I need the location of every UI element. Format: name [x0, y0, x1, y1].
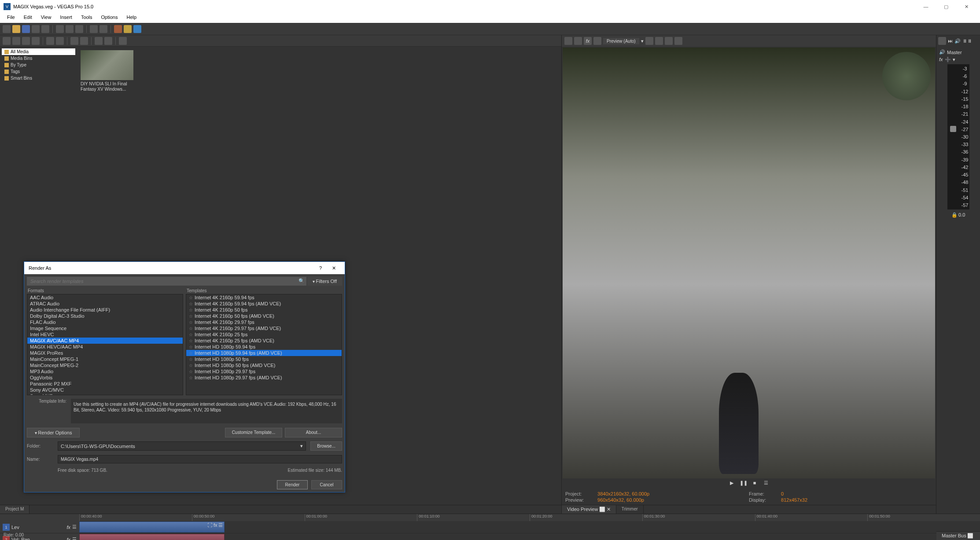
about-button[interactable]: About... [285, 428, 342, 437]
tree-tags[interactable]: Tags [2, 68, 75, 75]
undock-icon[interactable]: ⬜ [599, 507, 605, 512]
import-icon[interactable] [3, 37, 11, 45]
template-item[interactable]: Internet HD 1080p 29.97 fps [186, 368, 342, 375]
remove-icon[interactable] [46, 37, 54, 45]
format-item[interactable]: MAGIX AVC/AAC MP4 [27, 338, 183, 344]
tree-media-bins[interactable]: Media Bins [2, 55, 75, 62]
play-icon[interactable]: ▶ [728, 480, 735, 487]
grid-icon[interactable] [104, 37, 112, 45]
format-item[interactable]: Image Sequence [27, 325, 183, 331]
tab-trimmer[interactable]: Trimmer [616, 505, 644, 514]
safe-icon[interactable] [655, 37, 663, 45]
search-icon[interactable]: 🔍 [298, 278, 305, 286]
save-snap-icon[interactable] [674, 37, 682, 45]
chevron-down-icon[interactable]: ▾ [953, 57, 955, 62]
new-icon[interactable] [3, 25, 11, 33]
audio-clip[interactable] [79, 534, 225, 540]
downmix-icon[interactable]: ⏭ [948, 38, 953, 44]
paste-icon[interactable] [75, 25, 83, 33]
fader-icon[interactable]: ⏸⏸ [962, 38, 972, 44]
search-input[interactable] [27, 277, 306, 286]
fx-icon[interactable]: fx [939, 57, 943, 62]
render-as-icon[interactable] [32, 25, 40, 33]
folder-icon[interactable] [12, 37, 20, 45]
copy-snap-icon[interactable] [665, 37, 673, 45]
tab-project-media[interactable]: Project M [0, 505, 29, 514]
template-item[interactable]: Internet 4K 2160p 29.97 fps (AMD VCE) [186, 325, 342, 331]
dim-icon[interactable]: 🔊 [954, 38, 961, 44]
menu-options[interactable]: Options [97, 13, 122, 23]
get-media-icon[interactable] [32, 37, 40, 45]
video-preview[interactable] [563, 48, 935, 478]
maximize-button[interactable]: ▢ [936, 0, 956, 13]
track-head-video[interactable]: 1 Lev fx ☰ [0, 521, 79, 533]
track-lane-audio[interactable] [79, 533, 980, 540]
menu-icon[interactable]: ☰ [72, 536, 77, 540]
views-icon[interactable] [56, 37, 64, 45]
dialog-titlebar[interactable]: Render As ? ✕ [24, 262, 345, 274]
slip-icon[interactable]: ⛶ [207, 522, 212, 528]
template-item[interactable]: Internet 4K 2160p 50 fps (AMD VCE) [186, 313, 342, 319]
gear-icon[interactable] [938, 37, 946, 45]
menu-edit[interactable]: Edit [19, 13, 37, 23]
redo-icon[interactable] [99, 25, 107, 33]
template-item[interactable]: Internet 4K 2160p 50 fps [186, 307, 342, 313]
tab-video-preview[interactable]: Video Preview ⬜ ✕ [562, 505, 616, 514]
menu-help[interactable]: Help [122, 13, 141, 23]
template-item[interactable]: Internet 4K 2160p 59.94 fps [186, 294, 342, 301]
template-item[interactable]: Internet 4K 2160p 25 fps (AMD VCE) [186, 338, 342, 344]
media-thumb[interactable]: DIY NVIDIA SLI In Final Fantasy XV Windo… [81, 50, 133, 93]
chevron-down-icon[interactable]: ▾ [300, 443, 303, 449]
fx-icon[interactable]: fx [66, 525, 70, 530]
menu-tools[interactable]: Tools [77, 13, 97, 23]
external-icon[interactable] [574, 37, 582, 45]
template-item[interactable]: Internet 4K 2160p 59.94 fps (AMD VCE) [186, 301, 342, 307]
format-item[interactable]: Intel HEVC [27, 331, 183, 338]
format-item[interactable]: FLAC Audio [27, 319, 183, 325]
lock-icon[interactable]: 🔒 [951, 212, 958, 217]
minimize-button[interactable]: — [916, 0, 936, 13]
tree-by-type[interactable]: By Type [2, 62, 75, 68]
template-item[interactable]: Internet HD 1080p 50 fps (AMD VCE) [186, 362, 342, 368]
timeline-ruler[interactable]: 00:00:40:0000:00:50:0000:01:00:0000:01:1… [0, 514, 980, 521]
format-item[interactable]: Dolby Digital AC-3 Studio [27, 313, 183, 319]
formats-list[interactable]: AAC AudioATRAC AudioAudio Interchange Fi… [27, 294, 183, 395]
audio-track[interactable]: 2 Vol: Pan fx ☰ [0, 533, 980, 540]
menu-insert[interactable]: Insert [55, 13, 77, 23]
filters-dropdown[interactable]: ▾ Filters Off [307, 277, 342, 286]
stop-icon[interactable]: ■ [751, 480, 758, 487]
format-item[interactable]: MAGIX ProRes [27, 350, 183, 356]
customize-template-button[interactable]: Customize Template... [225, 428, 282, 437]
format-item[interactable]: MAGIX HEVC/AAC MP4 [27, 344, 183, 350]
format-item[interactable]: Sony AVC/MVC [27, 387, 183, 393]
tool-icon[interactable] [124, 25, 132, 33]
overlay-icon[interactable] [645, 37, 653, 45]
template-item[interactable]: Internet HD 1080p 50 fps [186, 356, 342, 362]
video-track[interactable]: 1 Lev fx ☰ ⛶ fx ☰ [0, 521, 980, 533]
fx-icon[interactable]: fx [66, 537, 70, 540]
fader-thumb[interactable] [950, 126, 956, 132]
format-item[interactable]: MainConcept MPEG-2 [27, 362, 183, 368]
copy-icon[interactable] [66, 25, 74, 33]
chevron-down-icon[interactable]: ▾ [641, 38, 644, 44]
format-item[interactable]: MP3 Audio [27, 368, 183, 375]
open-icon[interactable] [12, 25, 20, 33]
menu-icon[interactable]: ☰ [218, 522, 223, 528]
template-item[interactable]: Internet HD 1080p 59.94 fps (AMD VCE) [186, 350, 342, 356]
menu-file[interactable]: File [3, 13, 19, 23]
track-lane-video[interactable]: ⛶ fx ☰ [79, 521, 980, 533]
cut-icon[interactable] [56, 25, 64, 33]
save-icon[interactable] [22, 25, 30, 33]
format-item[interactable]: MainConcept MPEG-1 [27, 356, 183, 362]
stop-icon[interactable] [80, 37, 88, 45]
render-options-button[interactable]: ▾ Render Options [27, 428, 80, 437]
search-icon[interactable] [119, 37, 127, 45]
insert-icon[interactable]: ➕ [945, 57, 951, 62]
menu-icon[interactable]: ☰ [763, 480, 770, 487]
close-icon[interactable]: ✕ [327, 265, 340, 271]
template-item[interactable]: Internet 4K 2160p 25 fps [186, 331, 342, 338]
view-icon[interactable] [95, 37, 103, 45]
undo-icon[interactable] [90, 25, 98, 33]
help-icon[interactable] [133, 25, 141, 33]
capture-icon[interactable] [22, 37, 30, 45]
